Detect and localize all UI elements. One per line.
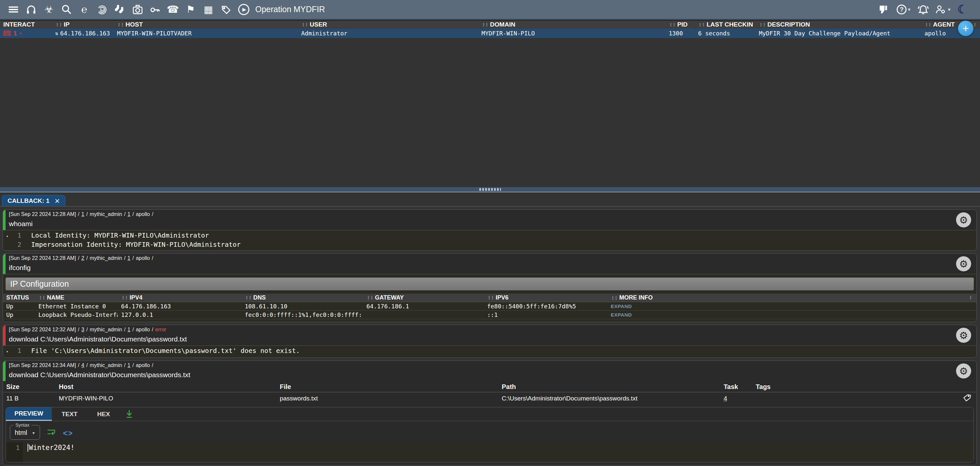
column-drag-handle[interactable]: ⋮⋮ xyxy=(669,22,675,27)
col-header-domain[interactable]: ⋮⋮DOMAIN xyxy=(478,21,666,28)
ip-config-row: Up Loopback Pseudo-Interface 127.0.0.1 f… xyxy=(3,311,977,319)
callback-dropdown-caret-icon[interactable]: ▾ xyxy=(20,31,22,36)
task-command: whoami xyxy=(9,220,973,228)
callback-id[interactable]: 1 xyxy=(13,30,17,37)
account-settings-icon[interactable]: ▾ xyxy=(935,0,950,19)
theme-moon-icon[interactable]: ☾ xyxy=(955,0,970,19)
hamburger-menu-icon[interactable] xyxy=(5,0,22,19)
task-settings-gear-button[interactable]: ⚙ xyxy=(956,363,971,379)
col-header-status: STATUS xyxy=(3,294,35,301)
interact-cell[interactable]: 1 ▾ xyxy=(0,30,52,37)
close-icon[interactable]: × xyxy=(55,197,60,205)
collapse-chevron-icon[interactable]: ▾ xyxy=(3,348,11,356)
tab-callback-1[interactable]: CALLBACK: 1 × xyxy=(2,195,65,206)
drag-grip-icon xyxy=(479,188,501,191)
column-drag-handle[interactable]: ⋮⋮ xyxy=(698,22,705,27)
chevron-down-icon: ▾ xyxy=(948,6,950,13)
callbacks-phone-icon[interactable]: ☎ xyxy=(164,0,182,19)
col-header-more-info[interactable]: ⋮⋮MORE INFO⋮ xyxy=(607,294,977,301)
file-content-editor[interactable]: 1 Winter2024! xyxy=(6,442,974,462)
task-id-link[interactable]: 4 xyxy=(81,363,84,368)
col-header-user[interactable]: ⋮⋮USER xyxy=(298,21,478,28)
top-navbar: ☣ ℮ ☎ ⚑ ▦ ▶ Operation MYDFIR ? ▾ ▾ xyxy=(0,0,980,19)
col-header-host[interactable]: ⋮⋮HOST xyxy=(113,21,298,28)
col-header-name[interactable]: ⋮⋮NAME xyxy=(35,294,118,301)
col-header-description[interactable]: ⋮⋮DESCRIPTION xyxy=(756,21,921,28)
task-4-head: [Sun Sep 22 2024 12:34 AM]/4/mythic_admi… xyxy=(3,361,977,381)
reporting-flag-icon[interactable]: ⚑ xyxy=(182,0,199,19)
callback-host: MYDFIR-WIN-PILOTVADER xyxy=(113,30,298,37)
credentials-key-icon[interactable] xyxy=(146,0,164,19)
syntax-select-label: Syntax xyxy=(13,422,32,428)
callback-id-link[interactable]: 1 xyxy=(127,327,130,332)
callback-id-link[interactable]: 1 xyxy=(127,255,130,261)
task-settings-gear-button[interactable]: ⚙ xyxy=(956,328,971,343)
column-drag-handle[interactable]: ⋮⋮ xyxy=(924,22,931,27)
download-file-icon[interactable] xyxy=(124,409,134,419)
column-drag-handle[interactable]: ⋮⋮ xyxy=(117,22,123,27)
task-card-3: [Sun Sep 22 2024 12:32 AM]/3/mythic_admi… xyxy=(3,325,977,358)
biohazard-icon[interactable]: ☣ xyxy=(40,0,58,19)
socks-icon[interactable] xyxy=(111,0,129,19)
file-task-link[interactable]: 4 xyxy=(724,395,727,402)
expand-link[interactable]: EXPAND xyxy=(611,303,632,309)
callback-id-link[interactable]: 1 xyxy=(127,363,130,368)
active-operation-play-icon[interactable]: ▶ xyxy=(235,0,253,19)
word-wrap-icon[interactable] xyxy=(46,427,56,440)
help-icon[interactable]: ? ▾ xyxy=(896,0,911,19)
new-callback-plus-button[interactable]: + xyxy=(958,21,974,36)
callbacks-table-header: INTERACT ⋮⋮IP ⋮⋮HOST ⋮⋮USER ⋮⋮DOMAIN ⋮⋮P… xyxy=(0,21,980,29)
fingerprint-icon[interactable] xyxy=(93,0,111,19)
headset-icon[interactable] xyxy=(22,0,40,19)
task-settings-gear-button[interactable]: ⚙ xyxy=(956,256,971,271)
column-drag-handle[interactable]: ⋮⋮ xyxy=(759,22,765,27)
expand-link[interactable]: EXPAND xyxy=(611,312,632,317)
task-id-link[interactable]: 1 xyxy=(81,211,84,217)
tab-hex[interactable]: HEX xyxy=(87,411,120,418)
callback-row[interactable]: 1 ▾ ⇅64.176.186.163 MYDFIR-WIN-PILOTVADE… xyxy=(0,29,980,38)
task-settings-gear-button[interactable]: ⚙ xyxy=(956,212,971,227)
task-3-output: ▾1File 'C:\Users\Administrator\Documents… xyxy=(3,346,977,358)
tags-icon[interactable] xyxy=(217,0,235,19)
feedback-thumbs-down-icon[interactable] xyxy=(876,0,891,19)
syntax-select[interactable]: Syntax html▾ xyxy=(10,425,40,440)
callback-tabbar: CALLBACK: 1 × xyxy=(0,195,980,207)
col-header-ipv4[interactable]: ⋮⋮IPV4 xyxy=(118,294,242,301)
mitre-table-icon[interactable]: ▦ xyxy=(199,0,217,19)
task-id-link[interactable]: 2 xyxy=(81,255,84,261)
task-command: download C:\Users\Administrator\Document… xyxy=(9,371,973,379)
ip-config-row: Up Ethernet Instance 0 64.176.186.163 10… xyxy=(3,302,977,311)
tab-preview[interactable]: PREVIEW xyxy=(6,407,52,421)
task-3-head: [Sun Sep 22 2024 12:32 AM]/3/mythic_admi… xyxy=(3,325,977,346)
notifications-bell-icon[interactable] xyxy=(916,0,931,19)
tab-text[interactable]: TEXT xyxy=(52,411,88,418)
chevron-down-icon: ▾ xyxy=(32,430,35,436)
file-name: passwords.txt xyxy=(277,395,498,402)
pane-resize-divider[interactable] xyxy=(0,187,980,192)
search-icon[interactable] xyxy=(58,0,75,19)
callback-id-link[interactable]: 1 xyxy=(127,211,130,217)
task-command: download C:\Users\Administrator\Document… xyxy=(9,335,973,343)
task-status-error: error xyxy=(155,327,166,332)
empty-table-area xyxy=(0,38,980,187)
column-drag-handle[interactable]: ⋮⋮ xyxy=(482,22,488,27)
collapse-chevron-icon[interactable]: ▾ xyxy=(3,232,11,241)
col-header-ipv6[interactable]: ⋮⋮IPV6 xyxy=(484,294,608,301)
syntax-select-value: html xyxy=(15,429,27,436)
task-id-link[interactable]: 3 xyxy=(81,327,84,332)
column-drag-handle[interactable]: ⋮⋮ xyxy=(301,22,308,27)
column-drag-handle[interactable]: ⋮ xyxy=(973,22,976,27)
eventing-icon[interactable]: ℮ xyxy=(75,0,93,19)
col-header-ip[interactable]: ⋮⋮IP xyxy=(52,21,113,28)
col-header-pid[interactable]: ⋮⋮PID xyxy=(665,21,695,28)
col-header-gateway[interactable]: ⋮⋮GATEWAY xyxy=(363,294,484,301)
view-source-code-icon[interactable]: <> xyxy=(63,429,73,440)
column-drag-handle[interactable]: ⋮⋮ xyxy=(55,22,62,27)
sort-icon[interactable]: ⇅ xyxy=(55,30,58,36)
add-tag-icon[interactable] xyxy=(963,393,972,404)
task-timestamp: [Sun Sep 22 2024 12:32 AM]/3/mythic_admi… xyxy=(9,327,973,333)
file-size: 11 B xyxy=(3,395,56,402)
col-header-dns[interactable]: ⋮⋮DNS xyxy=(242,294,363,301)
col-header-last-checkin[interactable]: ⋮⋮LAST CHECKIN xyxy=(695,21,756,28)
screenshot-camera-icon[interactable] xyxy=(129,0,146,19)
